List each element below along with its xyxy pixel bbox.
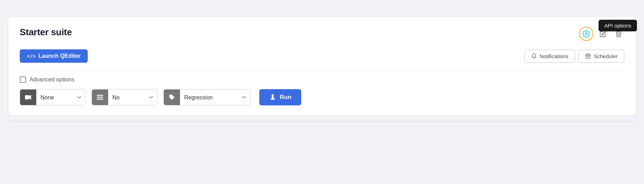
card-header: Starter suite bbox=[20, 27, 624, 41]
launch-button-label: Launch QEditor bbox=[38, 53, 81, 59]
run-button-label: Run bbox=[280, 94, 291, 101]
video-icon bbox=[25, 95, 31, 100]
advanced-options-label[interactable]: Advanced options bbox=[30, 76, 74, 83]
tag-icon-area bbox=[164, 90, 180, 105]
svg-rect-11 bbox=[97, 99, 103, 100]
video-select[interactable]: None Video 1 Video 2 bbox=[36, 90, 86, 105]
launch-qeditor-button[interactable]: </> Launch QEditor bbox=[20, 49, 88, 63]
calendar-icon bbox=[585, 53, 591, 59]
dropdowns-row: None Video 1 Video 2 No Yes bbox=[20, 89, 624, 105]
video-icon-area bbox=[20, 90, 36, 105]
video-dropdown-group: None Video 1 Video 2 bbox=[20, 89, 86, 105]
svg-rect-7 bbox=[25, 95, 29, 99]
api-options-tooltip: API options bbox=[599, 20, 637, 31]
trash-icon bbox=[615, 30, 622, 37]
beaker-icon bbox=[269, 94, 276, 101]
gear-icon bbox=[582, 30, 590, 38]
main-card: Starter suite bbox=[8, 17, 636, 115]
bell-icon bbox=[531, 53, 537, 59]
api-options-button[interactable] bbox=[579, 27, 593, 41]
lines-icon-area bbox=[92, 90, 108, 105]
svg-marker-8 bbox=[29, 95, 31, 100]
advanced-options-checkbox[interactable] bbox=[20, 76, 26, 83]
notifications-button[interactable]: Notifications bbox=[525, 50, 575, 63]
scheduler-label: Scheduler bbox=[594, 53, 618, 59]
code-brackets-icon: </> bbox=[27, 53, 36, 59]
edit-icon bbox=[600, 30, 607, 37]
tag-icon bbox=[169, 94, 175, 100]
advanced-options-row: Advanced options bbox=[20, 76, 624, 83]
no-select[interactable]: No Yes bbox=[108, 90, 157, 105]
svg-point-0 bbox=[585, 33, 587, 35]
notifications-label: Notifications bbox=[540, 53, 569, 59]
tag-dropdown-group: Regression Smoke Sanity Integration bbox=[163, 89, 251, 105]
section-divider bbox=[20, 70, 624, 70]
regression-select[interactable]: Regression Smoke Sanity Integration bbox=[180, 90, 250, 105]
scheduler-button[interactable]: Scheduler bbox=[578, 50, 624, 63]
bottom-bar bbox=[8, 121, 636, 122]
launch-row: </> Launch QEditor Notifications bbox=[20, 49, 624, 63]
svg-rect-10 bbox=[97, 97, 103, 98]
lines-icon bbox=[97, 95, 103, 100]
run-button[interactable]: Run bbox=[259, 89, 301, 105]
svg-rect-9 bbox=[97, 95, 103, 96]
page-title: Starter suite bbox=[20, 27, 72, 38]
action-buttons: Notifications Scheduler bbox=[525, 50, 624, 63]
lines-dropdown-group: No Yes bbox=[92, 89, 158, 105]
